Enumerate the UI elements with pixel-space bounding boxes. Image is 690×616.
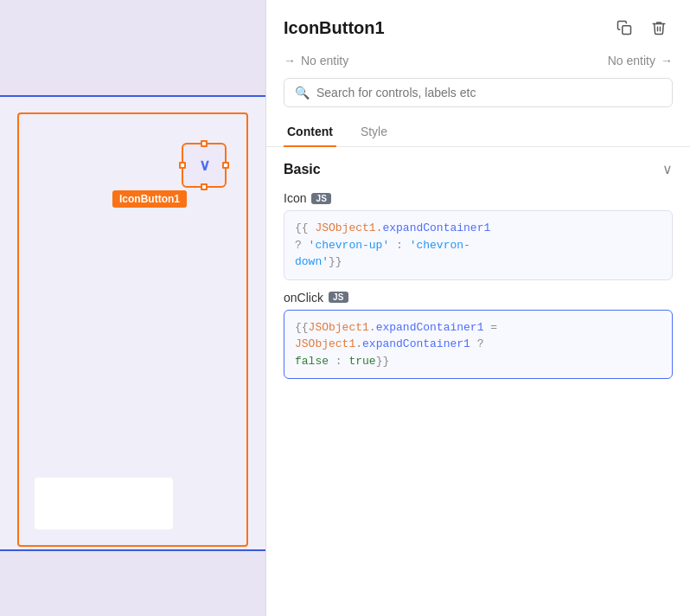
- chevron-down-icon: ∨: [199, 156, 210, 175]
- search-bar[interactable]: 🔍: [284, 78, 673, 107]
- icon-js-badge: JS: [311, 193, 331, 204]
- basic-section: Basic ∨ Icon JS {{ JSObject1.expandConta…: [266, 147, 690, 396]
- onclick-code-line2: JSObject1.expandContainer1 ?: [295, 336, 661, 353]
- handle-left[interactable]: [179, 162, 186, 169]
- icon-property-label: Icon JS: [284, 191, 673, 205]
- entity-left-text: No entity: [301, 54, 348, 67]
- onclick-code-line1: {{JSObject1.expandContainer1 =: [295, 319, 661, 337]
- copy-icon: [617, 20, 632, 35]
- onclick-property-label: onClick JS: [284, 291, 673, 305]
- left-arrow-icon: →: [284, 54, 296, 67]
- icon-property-name: Icon: [284, 191, 306, 205]
- entity-left[interactable]: → No entity: [284, 54, 348, 67]
- top-strip: [0, 0, 265, 95]
- search-icon: 🔍: [295, 86, 310, 99]
- icon-property: Icon JS {{ JSObject1.expandContainer1 ? …: [284, 191, 673, 280]
- panel-header: IconButton1: [266, 0, 690, 48]
- svg-rect-0: [623, 26, 631, 35]
- onclick-property: onClick JS {{JSObject1.expandContainer1 …: [284, 291, 673, 380]
- component-label: IconButton1: [112, 190, 187, 208]
- icon-code-line3: down'}}: [295, 253, 661, 271]
- onclick-js-badge: JS: [329, 292, 348, 303]
- trash-icon: [651, 20, 667, 35]
- tabs: Content Style: [266, 118, 690, 147]
- white-box: [35, 478, 173, 529]
- blue-line-top: [0, 95, 265, 97]
- entity-nav: → No entity No entity →: [266, 48, 690, 78]
- icon-code-block[interactable]: {{ JSObject1.expandContainer1 ? 'chevron…: [284, 210, 673, 280]
- onclick-code-line3: false : true}}: [295, 353, 661, 370]
- right-panel: IconButton1 → No entity: [266, 0, 690, 616]
- icon-code-line1: {{ JSObject1.expandContainer1: [295, 220, 661, 237]
- chevron-down-icon[interactable]: ∨: [662, 161, 673, 177]
- handle-bottom[interactable]: [201, 183, 208, 190]
- panel-title: IconButton1: [284, 18, 385, 38]
- tab-content[interactable]: Content: [284, 118, 336, 147]
- entity-right[interactable]: No entity →: [608, 54, 673, 67]
- icon-button-widget[interactable]: ∨: [182, 143, 227, 188]
- section-header: Basic ∨: [284, 161, 673, 177]
- onclick-property-name: onClick: [284, 291, 323, 305]
- left-panel: ∨ IconButton1: [0, 0, 266, 616]
- delete-button[interactable]: [645, 14, 673, 42]
- section-title: Basic: [284, 162, 321, 177]
- handle-top[interactable]: [201, 140, 208, 147]
- handle-right[interactable]: [222, 162, 229, 169]
- copy-button[interactable]: [610, 14, 638, 42]
- entity-right-text: No entity: [608, 54, 655, 67]
- header-icons: [610, 14, 673, 42]
- search-input[interactable]: [316, 86, 661, 99]
- onclick-code-block[interactable]: {{JSObject1.expandContainer1 = JSObject1…: [284, 310, 673, 380]
- bottom-strip: [0, 551, 265, 616]
- icon-code-line2: ? 'chevron-up' : 'chevron-: [295, 237, 661, 254]
- tab-style[interactable]: Style: [357, 118, 391, 147]
- right-arrow-icon: →: [661, 54, 673, 67]
